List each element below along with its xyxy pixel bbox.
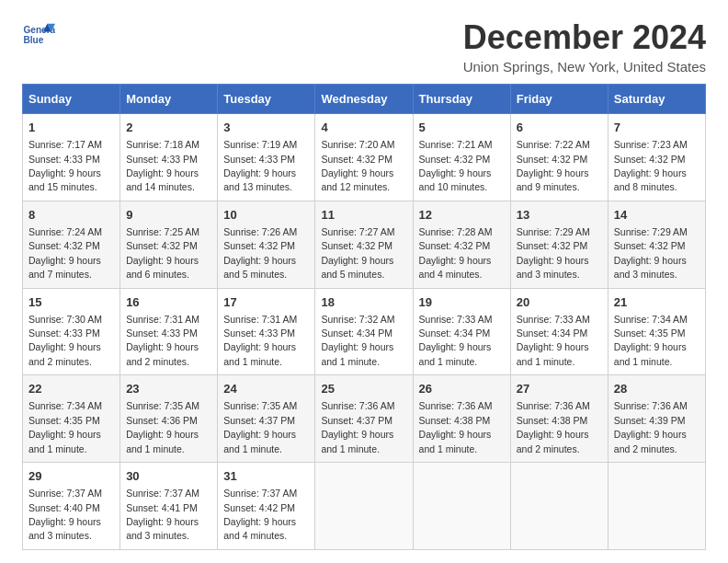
day-info: Sunrise: 7:37 AM Sunset: 4:41 PM Dayligh… bbox=[126, 488, 199, 541]
col-sunday: Sunday bbox=[23, 85, 120, 114]
day-number: 18 bbox=[321, 294, 406, 311]
calendar-week-2: 8 Sunrise: 7:24 AM Sunset: 4:32 PM Dayli… bbox=[23, 201, 706, 288]
day-info: Sunrise: 7:37 AM Sunset: 4:40 PM Dayligh… bbox=[28, 488, 102, 541]
day-info: Sunrise: 7:28 AM Sunset: 4:32 PM Dayligh… bbox=[419, 226, 493, 280]
table-row: 8 Sunrise: 7:24 AM Sunset: 4:32 PM Dayli… bbox=[23, 201, 120, 288]
day-number: 21 bbox=[614, 294, 700, 311]
table-row: 7 Sunrise: 7:23 AM Sunset: 4:32 PM Dayli… bbox=[608, 114, 705, 201]
col-saturday: Saturday bbox=[608, 85, 705, 114]
table-row: 24 Sunrise: 7:35 AM Sunset: 4:37 PM Dayl… bbox=[218, 375, 315, 463]
calendar-body: 1 Sunrise: 7:17 AM Sunset: 4:33 PM Dayli… bbox=[23, 114, 706, 550]
day-number: 24 bbox=[223, 381, 309, 397]
day-number: 14 bbox=[614, 207, 700, 224]
calendar-title: December 2024 bbox=[463, 18, 706, 57]
header-row: Sunday Monday Tuesday Wednesday Thursday… bbox=[23, 85, 706, 114]
col-friday: Friday bbox=[510, 85, 608, 114]
calendar-subtitle: Union Springs, New York, United States bbox=[463, 59, 706, 75]
table-row: 18 Sunrise: 7:32 AM Sunset: 4:34 PM Dayl… bbox=[315, 288, 413, 375]
table-row: 12 Sunrise: 7:28 AM Sunset: 4:32 PM Dayl… bbox=[413, 201, 510, 288]
table-row: 6 Sunrise: 7:22 AM Sunset: 4:32 PM Dayli… bbox=[510, 114, 608, 201]
table-row: 2 Sunrise: 7:18 AM Sunset: 4:33 PM Dayli… bbox=[120, 114, 218, 201]
table-row: 30 Sunrise: 7:37 AM Sunset: 4:41 PM Dayl… bbox=[120, 463, 218, 550]
table-row: 21 Sunrise: 7:34 AM Sunset: 4:35 PM Dayl… bbox=[608, 288, 705, 375]
table-row: 3 Sunrise: 7:19 AM Sunset: 4:33 PM Dayli… bbox=[218, 114, 315, 201]
day-number: 16 bbox=[126, 294, 211, 311]
day-info: Sunrise: 7:31 AM Sunset: 4:33 PM Dayligh… bbox=[223, 314, 297, 367]
table-row: 11 Sunrise: 7:27 AM Sunset: 4:32 PM Dayl… bbox=[315, 201, 413, 288]
logo-icon: General Blue bbox=[22, 18, 55, 52]
table-row: 1 Sunrise: 7:17 AM Sunset: 4:33 PM Dayli… bbox=[23, 114, 120, 201]
table-row: 26 Sunrise: 7:36 AM Sunset: 4:38 PM Dayl… bbox=[413, 375, 510, 463]
day-info: Sunrise: 7:37 AM Sunset: 4:42 PM Dayligh… bbox=[223, 488, 297, 541]
day-info: Sunrise: 7:26 AM Sunset: 4:32 PM Dayligh… bbox=[223, 226, 297, 280]
table-row bbox=[413, 463, 510, 550]
table-row: 10 Sunrise: 7:26 AM Sunset: 4:32 PM Dayl… bbox=[218, 201, 315, 288]
day-number: 31 bbox=[223, 468, 309, 485]
col-thursday: Thursday bbox=[413, 85, 510, 114]
day-info: Sunrise: 7:36 AM Sunset: 4:37 PM Dayligh… bbox=[321, 400, 394, 454]
table-row bbox=[608, 463, 705, 550]
calendar-week-5: 29 Sunrise: 7:37 AM Sunset: 4:40 PM Dayl… bbox=[23, 463, 706, 550]
table-row: 16 Sunrise: 7:31 AM Sunset: 4:33 PM Dayl… bbox=[120, 288, 218, 375]
title-area: December 2024 Union Springs, New York, U… bbox=[463, 18, 706, 75]
day-info: Sunrise: 7:22 AM Sunset: 4:32 PM Dayligh… bbox=[517, 139, 590, 192]
day-number: 20 bbox=[517, 294, 602, 311]
day-info: Sunrise: 7:29 AM Sunset: 4:32 PM Dayligh… bbox=[614, 226, 688, 280]
day-number: 11 bbox=[321, 207, 406, 224]
day-info: Sunrise: 7:35 AM Sunset: 4:37 PM Dayligh… bbox=[223, 400, 297, 454]
table-row: 27 Sunrise: 7:36 AM Sunset: 4:38 PM Dayl… bbox=[510, 375, 608, 463]
day-number: 9 bbox=[126, 207, 211, 224]
calendar-header: Sunday Monday Tuesday Wednesday Thursday… bbox=[23, 85, 706, 114]
table-row: 15 Sunrise: 7:30 AM Sunset: 4:33 PM Dayl… bbox=[23, 288, 120, 375]
day-number: 13 bbox=[517, 207, 602, 224]
table-row: 9 Sunrise: 7:25 AM Sunset: 4:32 PM Dayli… bbox=[120, 201, 218, 288]
day-number: 2 bbox=[126, 120, 211, 136]
day-number: 1 bbox=[28, 120, 114, 136]
table-row bbox=[510, 463, 608, 550]
day-number: 12 bbox=[419, 207, 505, 224]
table-row: 13 Sunrise: 7:29 AM Sunset: 4:32 PM Dayl… bbox=[510, 201, 608, 288]
day-number: 10 bbox=[223, 207, 309, 224]
table-row: 29 Sunrise: 7:37 AM Sunset: 4:40 PM Dayl… bbox=[23, 463, 120, 550]
calendar-table: Sunday Monday Tuesday Wednesday Thursday… bbox=[22, 84, 706, 550]
table-row: 28 Sunrise: 7:36 AM Sunset: 4:39 PM Dayl… bbox=[608, 375, 705, 463]
day-number: 3 bbox=[223, 120, 309, 136]
calendar-week-3: 15 Sunrise: 7:30 AM Sunset: 4:33 PM Dayl… bbox=[23, 288, 706, 375]
day-number: 6 bbox=[517, 120, 602, 136]
day-number: 5 bbox=[419, 120, 505, 136]
col-tuesday: Tuesday bbox=[218, 85, 315, 114]
day-number: 19 bbox=[419, 294, 505, 311]
day-number: 27 bbox=[517, 381, 602, 397]
day-number: 22 bbox=[28, 381, 114, 397]
day-info: Sunrise: 7:20 AM Sunset: 4:32 PM Dayligh… bbox=[321, 139, 394, 192]
day-info: Sunrise: 7:27 AM Sunset: 4:32 PM Dayligh… bbox=[321, 226, 394, 280]
day-info: Sunrise: 7:17 AM Sunset: 4:33 PM Dayligh… bbox=[28, 139, 102, 192]
day-info: Sunrise: 7:33 AM Sunset: 4:34 PM Dayligh… bbox=[419, 314, 493, 367]
day-info: Sunrise: 7:36 AM Sunset: 4:38 PM Dayligh… bbox=[419, 400, 493, 454]
table-row: 22 Sunrise: 7:34 AM Sunset: 4:35 PM Dayl… bbox=[23, 375, 120, 463]
col-wednesday: Wednesday bbox=[315, 85, 413, 114]
day-info: Sunrise: 7:34 AM Sunset: 4:35 PM Dayligh… bbox=[614, 314, 688, 367]
table-row: 31 Sunrise: 7:37 AM Sunset: 4:42 PM Dayl… bbox=[218, 463, 315, 550]
day-info: Sunrise: 7:30 AM Sunset: 4:33 PM Dayligh… bbox=[28, 314, 102, 367]
day-number: 4 bbox=[321, 120, 406, 136]
day-number: 23 bbox=[126, 381, 211, 397]
table-row: 14 Sunrise: 7:29 AM Sunset: 4:32 PM Dayl… bbox=[608, 201, 705, 288]
logo-area: General Blue bbox=[22, 18, 55, 52]
table-row bbox=[315, 463, 413, 550]
day-number: 26 bbox=[419, 381, 505, 397]
day-info: Sunrise: 7:21 AM Sunset: 4:32 PM Dayligh… bbox=[419, 139, 493, 192]
table-row: 4 Sunrise: 7:20 AM Sunset: 4:32 PM Dayli… bbox=[315, 114, 413, 201]
day-info: Sunrise: 7:18 AM Sunset: 4:33 PM Dayligh… bbox=[126, 139, 199, 192]
col-monday: Monday bbox=[120, 85, 218, 114]
table-row: 20 Sunrise: 7:33 AM Sunset: 4:34 PM Dayl… bbox=[510, 288, 608, 375]
day-info: Sunrise: 7:23 AM Sunset: 4:32 PM Dayligh… bbox=[614, 139, 688, 192]
table-row: 19 Sunrise: 7:33 AM Sunset: 4:34 PM Dayl… bbox=[413, 288, 510, 375]
day-number: 17 bbox=[223, 294, 309, 311]
table-row: 5 Sunrise: 7:21 AM Sunset: 4:32 PM Dayli… bbox=[413, 114, 510, 201]
day-number: 15 bbox=[28, 294, 114, 311]
calendar-week-4: 22 Sunrise: 7:34 AM Sunset: 4:35 PM Dayl… bbox=[23, 375, 706, 463]
header: General Blue December 2024 Union Springs… bbox=[22, 18, 706, 75]
day-info: Sunrise: 7:35 AM Sunset: 4:36 PM Dayligh… bbox=[126, 400, 199, 454]
page-wrapper: General Blue December 2024 Union Springs… bbox=[22, 18, 706, 550]
